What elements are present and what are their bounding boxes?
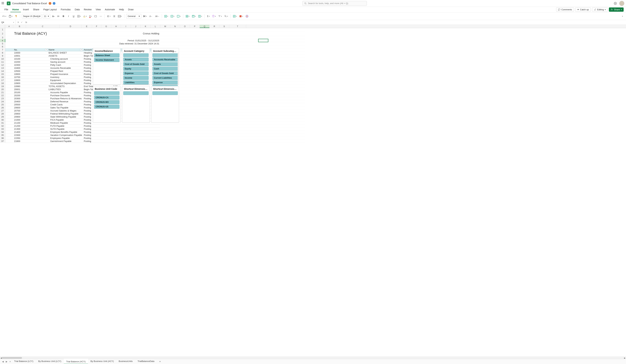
cell[interactable] [278, 103, 288, 106]
cell[interactable] [248, 118, 258, 121]
cell[interactable] [288, 36, 305, 39]
cell[interactable]: Prepaid Rent [48, 70, 83, 73]
cell[interactable] [209, 42, 219, 45]
cell[interactable] [180, 75, 190, 79]
cell[interactable] [288, 97, 305, 100]
cell[interactable] [209, 63, 219, 66]
formula-input[interactable] [28, 20, 626, 25]
cell[interactable] [288, 45, 305, 48]
cell[interactable] [239, 124, 248, 127]
cell[interactable] [209, 75, 219, 79]
cell[interactable] [278, 42, 288, 45]
cell[interactable] [268, 28, 278, 31]
cell[interactable] [268, 94, 278, 97]
cell[interactable] [209, 66, 219, 70]
cell[interactable]: SUTA Payable [48, 127, 83, 130]
cell[interactable] [278, 124, 288, 127]
cell[interactable] [48, 31, 83, 36]
cell[interactable] [160, 31, 170, 36]
cell[interactable] [268, 118, 278, 121]
scroll-thumb[interactable] [2, 357, 22, 359]
cell[interactable] [239, 100, 248, 103]
cell[interactable] [258, 28, 268, 31]
cell[interactable] [5, 75, 13, 79]
cell-styles2-button[interactable]: ▾ [197, 14, 203, 18]
cell[interactable] [209, 48, 219, 51]
cell[interactable] [248, 94, 258, 97]
cell[interactable]: Saving account [48, 60, 83, 63]
cell[interactable]: 20300 [13, 97, 48, 100]
cell[interactable] [199, 28, 209, 31]
cell[interactable] [5, 137, 13, 140]
cell[interactable] [83, 31, 105, 36]
number-format-combo[interactable]: General▾ [126, 14, 141, 18]
user-avatar[interactable] [619, 1, 624, 6]
column-header-C[interactable]: C [26, 25, 60, 28]
cell[interactable] [219, 94, 229, 97]
cell[interactable] [160, 45, 170, 48]
cell[interactable] [278, 121, 288, 124]
cell[interactable]: Posting [83, 134, 105, 137]
cell[interactable] [288, 118, 305, 121]
cell[interactable] [229, 121, 239, 124]
row-header[interactable]: 12 [0, 63, 5, 66]
cell[interactable] [288, 75, 305, 79]
menu-automate[interactable]: Automate [103, 7, 117, 12]
cell[interactable] [209, 36, 219, 39]
cell[interactable] [288, 94, 305, 97]
row-header[interactable]: 7 [0, 48, 5, 51]
slicer-item[interactable]: CRONUS-CA [94, 96, 119, 100]
format-painter-button[interactable] [14, 14, 18, 18]
cell[interactable] [239, 51, 248, 54]
cell[interactable] [180, 39, 190, 42]
column-header-T[interactable]: T [229, 25, 246, 28]
cell[interactable] [278, 106, 288, 109]
cell[interactable] [5, 57, 13, 60]
column-header-Q[interactable]: Q [200, 25, 209, 28]
cell[interactable] [209, 73, 219, 75]
cell[interactable]: 10200 [13, 60, 48, 63]
cell[interactable] [160, 134, 170, 137]
cell[interactable] [258, 66, 268, 70]
cell[interactable] [199, 75, 209, 79]
slicer-scrollbar[interactable] [178, 53, 179, 84]
cell[interactable] [180, 63, 190, 66]
column-header-L[interactable]: L [151, 25, 160, 28]
slicer-item[interactable]: Assets [123, 58, 149, 62]
cell[interactable] [180, 109, 190, 112]
cell[interactable] [219, 134, 229, 137]
cell[interactable] [180, 100, 190, 103]
cell[interactable] [219, 121, 229, 124]
cell[interactable] [180, 137, 190, 140]
cell[interactable] [199, 63, 209, 66]
row-header[interactable]: 37 [0, 140, 5, 143]
menu-share[interactable]: Share [31, 7, 41, 12]
cell[interactable]: Period: 01/01/2025 - 31/12/2025 [118, 39, 160, 42]
cell[interactable] [5, 106, 13, 109]
cell[interactable] [239, 42, 248, 45]
align-center-button[interactable] [112, 14, 116, 18]
cell[interactable] [5, 48, 13, 51]
tab-scroll-left-icon[interactable]: ◀ [1, 360, 5, 363]
row-header[interactable]: 26 [0, 106, 5, 109]
cell[interactable] [258, 130, 268, 134]
cell[interactable] [160, 130, 170, 134]
cell[interactable] [190, 91, 199, 94]
menu-home[interactable]: Home [10, 7, 21, 12]
cell[interactable] [229, 82, 239, 85]
cell[interactable] [288, 31, 305, 36]
cell[interactable] [219, 70, 229, 73]
cell[interactable] [199, 130, 209, 134]
cell[interactable] [268, 88, 278, 91]
cell[interactable] [170, 42, 180, 45]
row-header[interactable]: 29 [0, 115, 5, 118]
cell[interactable] [180, 45, 190, 48]
cell[interactable] [180, 88, 190, 91]
row-header[interactable]: 9 [0, 54, 5, 57]
cell[interactable] [180, 54, 190, 57]
cell[interactable] [190, 70, 199, 73]
cell[interactable] [229, 118, 239, 121]
cell[interactable] [209, 28, 219, 31]
cell[interactable] [248, 54, 258, 57]
cell[interactable] [268, 73, 278, 75]
